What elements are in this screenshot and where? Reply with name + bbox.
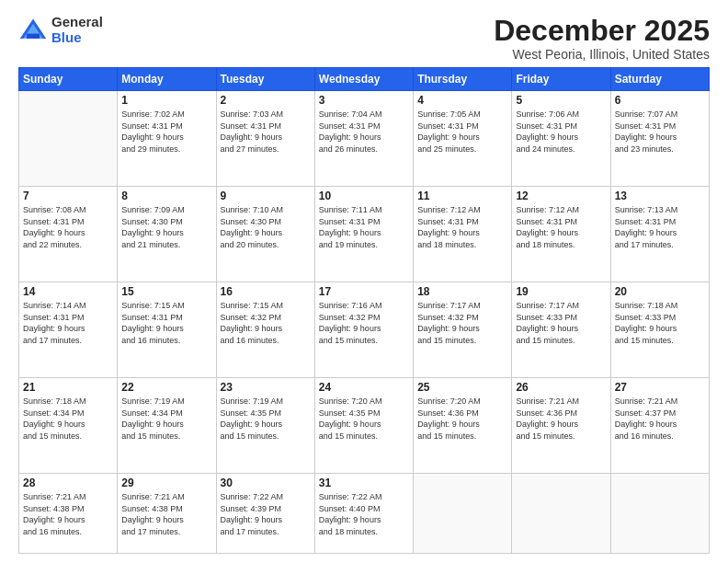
day-number: 25	[417, 381, 507, 394]
calendar-body: 1Sunrise: 7:02 AM Sunset: 4:31 PM Daylig…	[19, 91, 710, 554]
col-wednesday: Wednesday	[314, 68, 413, 91]
calendar-cell: 30Sunrise: 7:22 AM Sunset: 4:39 PM Dayli…	[216, 474, 314, 554]
calendar-table: Sunday Monday Tuesday Wednesday Thursday…	[18, 67, 710, 554]
calendar-cell: 25Sunrise: 7:20 AM Sunset: 4:36 PM Dayli…	[414, 378, 512, 474]
day-info: Sunrise: 7:12 AM Sunset: 4:31 PM Dayligh…	[516, 204, 606, 250]
day-number: 30	[221, 477, 311, 489]
calendar-cell: 14Sunrise: 7:14 AM Sunset: 4:31 PM Dayli…	[19, 282, 118, 378]
calendar-cell	[414, 474, 512, 554]
day-info: Sunrise: 7:06 AM Sunset: 4:31 PM Dayligh…	[516, 109, 606, 155]
calendar-cell	[19, 91, 118, 187]
day-info: Sunrise: 7:05 AM Sunset: 4:31 PM Dayligh…	[417, 109, 507, 155]
day-number: 4	[417, 94, 507, 107]
location: West Peoria, Illinois, United States	[494, 47, 710, 62]
day-number: 5	[516, 94, 606, 107]
day-info: Sunrise: 7:19 AM Sunset: 4:34 PM Dayligh…	[121, 396, 211, 442]
day-number: 9	[221, 190, 311, 202]
calendar-cell: 22Sunrise: 7:19 AM Sunset: 4:34 PM Dayli…	[118, 378, 216, 474]
logo-line1: General	[51, 15, 103, 30]
day-info: Sunrise: 7:04 AM Sunset: 4:31 PM Dayligh…	[319, 109, 409, 155]
day-info: Sunrise: 7:02 AM Sunset: 4:31 PM Dayligh…	[121, 109, 211, 155]
calendar-cell: 16Sunrise: 7:15 AM Sunset: 4:32 PM Dayli…	[216, 282, 314, 378]
title-block: December 2025 West Peoria, Illinois, Uni…	[494, 15, 710, 62]
calendar-cell: 7Sunrise: 7:08 AM Sunset: 4:31 PM Daylig…	[19, 187, 118, 282]
calendar-cell: 17Sunrise: 7:16 AM Sunset: 4:32 PM Dayli…	[314, 282, 413, 378]
day-number: 15	[121, 285, 211, 298]
calendar-cell: 5Sunrise: 7:06 AM Sunset: 4:31 PM Daylig…	[512, 91, 610, 187]
svg-rect-2	[27, 33, 40, 38]
col-saturday: Saturday	[610, 68, 709, 91]
day-number: 11	[417, 190, 507, 202]
calendar-cell	[512, 474, 610, 554]
calendar-week-4: 28Sunrise: 7:21 AM Sunset: 4:38 PM Dayli…	[19, 474, 710, 554]
calendar-header-row: Sunday Monday Tuesday Wednesday Thursday…	[19, 68, 710, 91]
day-info: Sunrise: 7:17 AM Sunset: 4:33 PM Dayligh…	[516, 300, 606, 346]
day-info: Sunrise: 7:15 AM Sunset: 4:31 PM Dayligh…	[121, 300, 211, 346]
calendar-cell: 19Sunrise: 7:17 AM Sunset: 4:33 PM Dayli…	[512, 282, 610, 378]
calendar-cell: 1Sunrise: 7:02 AM Sunset: 4:31 PM Daylig…	[118, 91, 216, 187]
calendar-cell: 13Sunrise: 7:13 AM Sunset: 4:31 PM Dayli…	[610, 187, 709, 282]
day-number: 20	[615, 285, 705, 298]
day-info: Sunrise: 7:21 AM Sunset: 4:38 PM Dayligh…	[23, 491, 113, 537]
day-info: Sunrise: 7:10 AM Sunset: 4:30 PM Dayligh…	[221, 204, 311, 250]
day-number: 19	[516, 285, 606, 298]
day-info: Sunrise: 7:13 AM Sunset: 4:31 PM Dayligh…	[615, 204, 705, 250]
day-info: Sunrise: 7:19 AM Sunset: 4:35 PM Dayligh…	[221, 396, 311, 442]
day-info: Sunrise: 7:15 AM Sunset: 4:32 PM Dayligh…	[221, 300, 311, 346]
calendar-cell: 12Sunrise: 7:12 AM Sunset: 4:31 PM Dayli…	[512, 187, 610, 282]
calendar-cell: 9Sunrise: 7:10 AM Sunset: 4:30 PM Daylig…	[216, 187, 314, 282]
day-info: Sunrise: 7:08 AM Sunset: 4:31 PM Dayligh…	[23, 204, 113, 250]
day-info: Sunrise: 7:12 AM Sunset: 4:31 PM Dayligh…	[417, 204, 507, 250]
calendar-cell: 11Sunrise: 7:12 AM Sunset: 4:31 PM Dayli…	[414, 187, 512, 282]
day-number: 26	[516, 381, 606, 394]
col-thursday: Thursday	[414, 68, 512, 91]
day-info: Sunrise: 7:22 AM Sunset: 4:40 PM Dayligh…	[319, 491, 409, 537]
day-info: Sunrise: 7:22 AM Sunset: 4:39 PM Dayligh…	[221, 491, 311, 537]
day-number: 14	[23, 285, 113, 298]
day-number: 27	[615, 381, 705, 394]
logo-text: General Blue	[51, 15, 103, 45]
day-number: 16	[221, 285, 311, 298]
calendar-cell: 27Sunrise: 7:21 AM Sunset: 4:37 PM Dayli…	[610, 378, 709, 474]
day-number: 12	[516, 190, 606, 202]
logo: General Blue	[18, 15, 103, 45]
day-number: 8	[121, 190, 211, 202]
calendar-cell: 31Sunrise: 7:22 AM Sunset: 4:40 PM Dayli…	[314, 474, 413, 554]
calendar-cell: 2Sunrise: 7:03 AM Sunset: 4:31 PM Daylig…	[216, 91, 314, 187]
calendar-cell: 26Sunrise: 7:21 AM Sunset: 4:36 PM Dayli…	[512, 378, 610, 474]
day-info: Sunrise: 7:20 AM Sunset: 4:36 PM Dayligh…	[417, 396, 507, 442]
month-title: December 2025	[494, 15, 710, 47]
calendar-cell: 29Sunrise: 7:21 AM Sunset: 4:38 PM Dayli…	[118, 474, 216, 554]
header: General Blue December 2025 West Peoria, …	[18, 15, 710, 62]
calendar-cell: 23Sunrise: 7:19 AM Sunset: 4:35 PM Dayli…	[216, 378, 314, 474]
calendar-cell	[610, 474, 709, 554]
calendar-cell: 3Sunrise: 7:04 AM Sunset: 4:31 PM Daylig…	[314, 91, 413, 187]
day-number: 21	[23, 381, 113, 394]
calendar-cell: 10Sunrise: 7:11 AM Sunset: 4:31 PM Dayli…	[314, 187, 413, 282]
day-number: 29	[121, 477, 211, 489]
day-number: 31	[319, 477, 409, 489]
col-tuesday: Tuesday	[216, 68, 314, 91]
day-info: Sunrise: 7:21 AM Sunset: 4:37 PM Dayligh…	[615, 396, 705, 442]
calendar-week-1: 7Sunrise: 7:08 AM Sunset: 4:31 PM Daylig…	[19, 187, 710, 282]
day-info: Sunrise: 7:07 AM Sunset: 4:31 PM Dayligh…	[615, 109, 705, 155]
day-info: Sunrise: 7:03 AM Sunset: 4:31 PM Dayligh…	[221, 109, 311, 155]
calendar-cell: 18Sunrise: 7:17 AM Sunset: 4:32 PM Dayli…	[414, 282, 512, 378]
calendar-cell: 4Sunrise: 7:05 AM Sunset: 4:31 PM Daylig…	[414, 91, 512, 187]
calendar-cell: 8Sunrise: 7:09 AM Sunset: 4:30 PM Daylig…	[118, 187, 216, 282]
day-number: 1	[121, 94, 211, 107]
calendar-cell: 21Sunrise: 7:18 AM Sunset: 4:34 PM Dayli…	[19, 378, 118, 474]
day-number: 24	[319, 381, 409, 394]
day-number: 6	[615, 94, 705, 107]
day-info: Sunrise: 7:18 AM Sunset: 4:33 PM Dayligh…	[615, 300, 705, 346]
logo-line2: Blue	[51, 30, 103, 46]
day-info: Sunrise: 7:21 AM Sunset: 4:38 PM Dayligh…	[121, 491, 211, 537]
day-number: 10	[319, 190, 409, 202]
calendar-cell: 20Sunrise: 7:18 AM Sunset: 4:33 PM Dayli…	[610, 282, 709, 378]
day-info: Sunrise: 7:16 AM Sunset: 4:32 PM Dayligh…	[319, 300, 409, 346]
day-number: 22	[121, 381, 211, 394]
day-number: 7	[23, 190, 113, 202]
calendar-week-0: 1Sunrise: 7:02 AM Sunset: 4:31 PM Daylig…	[19, 91, 710, 187]
day-info: Sunrise: 7:09 AM Sunset: 4:30 PM Dayligh…	[121, 204, 211, 250]
day-info: Sunrise: 7:11 AM Sunset: 4:31 PM Dayligh…	[319, 204, 409, 250]
